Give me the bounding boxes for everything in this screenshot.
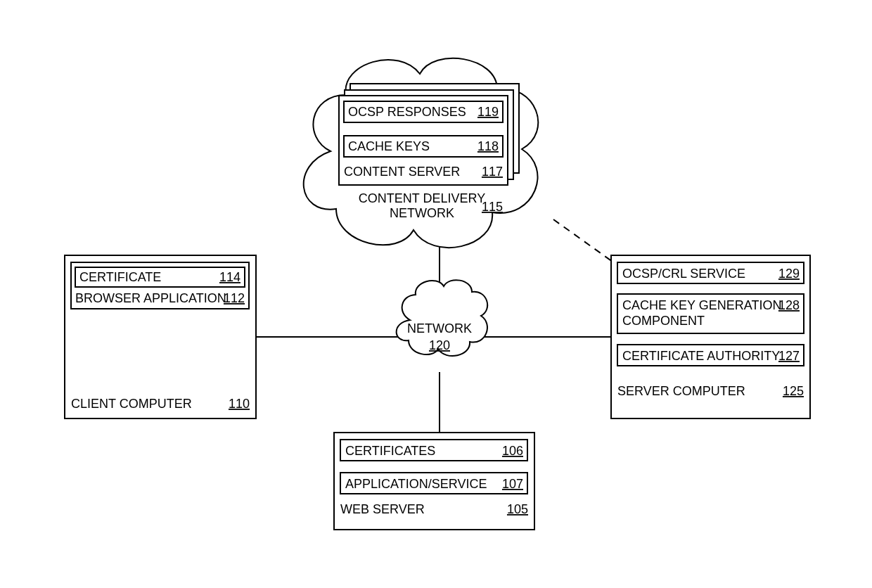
- client-num: 110: [229, 397, 250, 411]
- link-cdn-server: [553, 219, 613, 262]
- cache-key-gen-label1: CACHE KEY GENERATION: [622, 298, 781, 312]
- content-server-label: CONTENT SERVER: [344, 165, 460, 179]
- ocsp-responses-num: 119: [477, 105, 499, 119]
- cache-key-gen-num: 128: [778, 298, 800, 312]
- certificate-num: 114: [219, 270, 241, 284]
- cache-keys-label: CACHE KEYS: [348, 139, 430, 153]
- client-computer-box: CERTIFICATE 114 BROWSER APPLICATION 112 …: [65, 255, 256, 418]
- certificate-authority-num: 127: [778, 349, 800, 363]
- certificates-num: 106: [502, 444, 523, 458]
- network-label: NETWORK: [407, 321, 472, 335]
- cdn-label1: CONTENT DELIVERY: [359, 191, 485, 205]
- cache-keys-num: 118: [477, 139, 499, 153]
- network-cloud: NETWORK 120: [397, 280, 488, 356]
- network-num: 120: [429, 338, 450, 352]
- diagram: NETWORK 120 CACHE KEYS 118 OCSP RESPONSE…: [0, 0, 872, 588]
- browser-num: 112: [224, 291, 245, 305]
- client-label: CLIENT COMPUTER: [71, 397, 192, 411]
- certificate-label: CERTIFICATE: [79, 270, 161, 284]
- web-server-label: WEB SERVER: [340, 502, 425, 516]
- certificates-label: CERTIFICATES: [345, 444, 435, 458]
- server-computer-box: OCSP/CRL SERVICE 129 CACHE KEY GENERATIO…: [611, 255, 810, 418]
- application-service-label: APPLICATION/SERVICE: [345, 477, 487, 491]
- ocsp-responses-label: OCSP RESPONSES: [348, 105, 466, 119]
- cache-key-gen-label2: COMPONENT: [622, 314, 705, 328]
- ocsp-crl-service-num: 129: [778, 267, 800, 281]
- cdn-cloud: CACHE KEYS 118 OCSP RESPONSES 119 CONTEN…: [304, 58, 539, 248]
- content-server-num: 117: [482, 165, 503, 179]
- server-computer-label: SERVER COMPUTER: [617, 384, 745, 398]
- ocsp-crl-service-label: OCSP/CRL SERVICE: [622, 267, 745, 281]
- web-server-box: CERTIFICATES 106 APPLICATION/SERVICE 107…: [334, 433, 534, 530]
- application-service-num: 107: [502, 477, 523, 491]
- cdn-num: 115: [482, 200, 503, 214]
- web-server-num: 105: [507, 502, 528, 516]
- server-computer-num: 125: [783, 384, 804, 398]
- cdn-label2: NETWORK: [390, 206, 454, 220]
- certificate-authority-label: CERTIFICATE AUTHORITY: [622, 349, 780, 363]
- browser-label: BROWSER APPLICATION: [75, 291, 226, 305]
